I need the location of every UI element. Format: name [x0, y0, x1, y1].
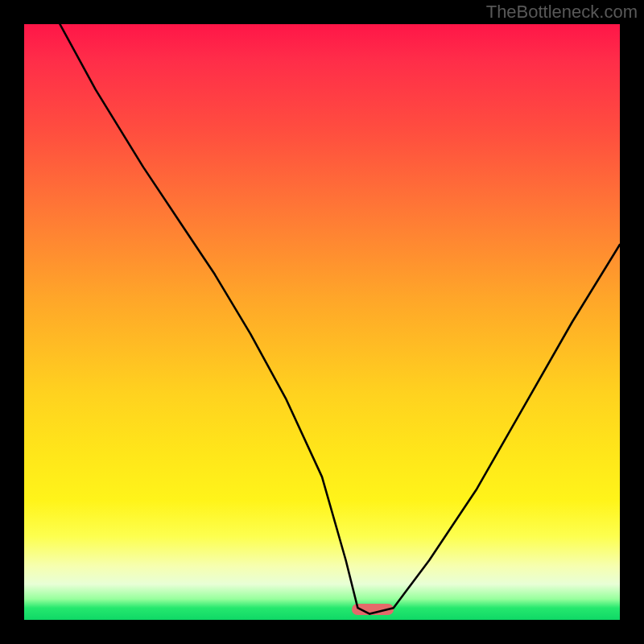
- watermark-text: TheBottleneck.com: [486, 2, 638, 23]
- curve-svg: [24, 24, 620, 620]
- plot-area: [24, 24, 620, 620]
- chart-frame: TheBottleneck.com: [0, 0, 644, 644]
- bottleneck-curve-path: [60, 24, 620, 614]
